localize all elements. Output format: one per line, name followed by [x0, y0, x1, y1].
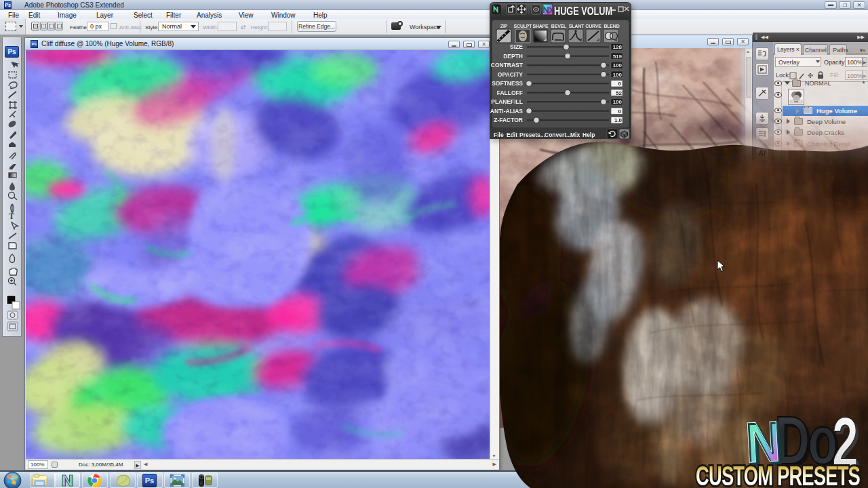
- svg-text:519: 519: [613, 54, 623, 60]
- svg-text:BLEND: BLEND: [604, 24, 619, 28]
- svg-text:100: 100: [613, 99, 623, 105]
- svg-text:52: 52: [616, 90, 622, 96]
- svg-text:CONTRAST: CONTRAST: [491, 62, 524, 68]
- svg-text:Presets...: Presets...: [519, 131, 545, 138]
- svg-text:HUGE VOLUM: HUGE VOLUM: [554, 5, 612, 17]
- svg-text:0: 0: [618, 108, 622, 115]
- svg-text:FALLOFF: FALLOFF: [497, 89, 523, 96]
- svg-text:100: 100: [613, 72, 623, 78]
- svg-text:SCULPT: SCULPT: [514, 24, 533, 28]
- svg-text:SLANT: SLANT: [569, 24, 585, 28]
- svg-text:OPACITY: OPACITY: [498, 71, 523, 78]
- svg-text:Mix: Mix: [570, 131, 580, 138]
- svg-text:1.0: 1.0: [614, 117, 623, 123]
- svg-text:Z-FACTOR: Z-FACTOR: [494, 117, 523, 123]
- svg-text:ZIP: ZIP: [500, 24, 508, 28]
- svg-text:Convert...: Convert...: [545, 131, 571, 138]
- svg-text:T: T: [9, 211, 14, 221]
- svg-text:100: 100: [613, 62, 623, 68]
- svg-text:CUSTOM PRESETS: CUSTOM PRESETS: [696, 461, 860, 488]
- svg-text:CURVE: CURVE: [585, 24, 601, 28]
- svg-text:SHAPE: SHAPE: [532, 24, 549, 28]
- svg-text:ANTI-ALIAS: ANTI-ALIAS: [490, 108, 523, 115]
- svg-text:0: 0: [618, 81, 622, 87]
- svg-text:PLANEFILL: PLANEFILL: [491, 98, 523, 105]
- svg-text:DEPTH: DEPTH: [503, 53, 523, 60]
- svg-text:Edit: Edit: [507, 131, 517, 138]
- svg-text:SOFTNESS: SOFTNESS: [492, 80, 523, 87]
- svg-text:SIZE: SIZE: [510, 43, 523, 50]
- svg-text:128: 128: [613, 44, 623, 50]
- svg-text:File: File: [494, 131, 504, 138]
- svg-text:Help: Help: [583, 131, 595, 138]
- svg-text:BEVEL: BEVEL: [551, 24, 567, 28]
